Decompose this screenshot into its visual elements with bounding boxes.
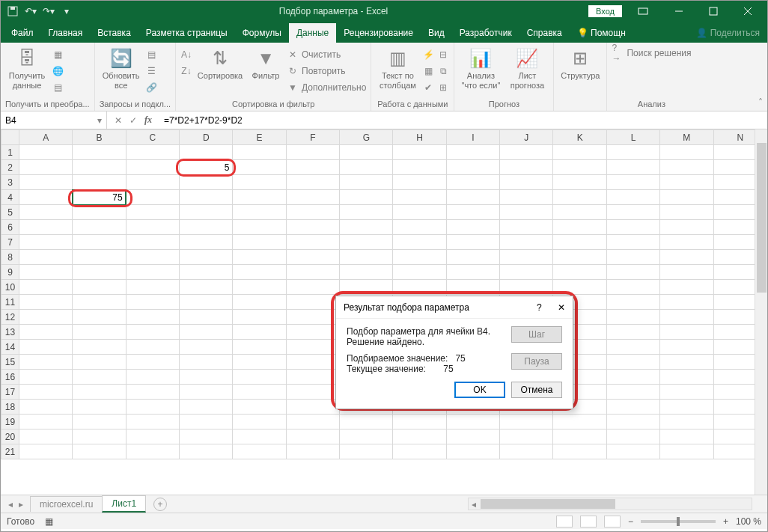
cell-C21[interactable] (126, 444, 179, 459)
col-header-D[interactable]: D (180, 130, 233, 145)
cell-B20[interactable] (73, 429, 126, 444)
cell-D11[interactable] (180, 295, 233, 310)
cell-B17[interactable] (73, 385, 126, 400)
flash-fill-button[interactable]: ⚡ (422, 47, 434, 62)
cell-A19[interactable] (19, 415, 72, 429)
cell-D21[interactable] (180, 444, 233, 459)
cancel-button[interactable]: Отмена (511, 382, 562, 398)
scroll-left-icon[interactable]: ◂ (469, 499, 479, 510)
cell-K8[interactable] (553, 250, 606, 265)
col-header-B[interactable]: B (73, 130, 126, 145)
remove-dup-button[interactable]: ▦ (422, 64, 434, 79)
cell-F15[interactable] (286, 355, 339, 370)
tab-help[interactable]: Справка (519, 23, 570, 43)
cell-F11[interactable] (286, 295, 339, 310)
cell-K10[interactable] (553, 280, 606, 295)
cell-M1[interactable] (660, 145, 713, 160)
cell-B3[interactable] (73, 175, 126, 190)
cell-M11[interactable] (660, 295, 713, 310)
cell-A16[interactable] (19, 370, 72, 385)
cell-B10[interactable] (73, 280, 126, 295)
view-layout-icon[interactable] (580, 516, 597, 528)
cell-G4[interactable] (340, 190, 393, 205)
tab-file[interactable]: Файл (4, 23, 41, 43)
cell-B15[interactable] (73, 355, 126, 370)
cell-G3[interactable] (340, 175, 393, 190)
cell-C3[interactable] (126, 175, 179, 190)
from-web-button[interactable]: 🌐 (52, 64, 64, 79)
cell-L18[interactable] (606, 400, 659, 415)
cell-C9[interactable] (126, 265, 179, 280)
cell-J7[interactable] (500, 235, 553, 250)
fx-icon[interactable]: fx (144, 114, 152, 126)
formula-input[interactable]: =7*D2+17*D2-9*D2 (159, 115, 767, 126)
cell-B5[interactable] (73, 205, 126, 220)
view-normal-icon[interactable] (556, 516, 573, 528)
cell-H7[interactable] (393, 235, 446, 250)
cell-M8[interactable] (660, 250, 713, 265)
cell-I6[interactable] (446, 220, 499, 235)
cell-H8[interactable] (393, 250, 446, 265)
dialog-help-icon[interactable]: ? (537, 302, 542, 313)
row-header-17[interactable]: 17 (1, 385, 19, 400)
cell-E3[interactable] (233, 175, 286, 190)
cell-L6[interactable] (606, 220, 659, 235)
tab-insert[interactable]: Вставка (90, 23, 138, 43)
cell-G10[interactable] (340, 280, 393, 295)
cell-H19[interactable] (393, 415, 446, 429)
cell-C18[interactable] (126, 400, 179, 415)
cell-M7[interactable] (660, 235, 713, 250)
cell-F6[interactable] (286, 220, 339, 235)
cell-L15[interactable] (606, 355, 659, 370)
redo-icon[interactable]: ↷▾ (41, 4, 56, 19)
col-header-F[interactable]: F (286, 130, 339, 145)
cell-E1[interactable] (233, 145, 286, 160)
cell-I8[interactable] (446, 250, 499, 265)
cell-B6[interactable] (73, 220, 126, 235)
zoom-slider[interactable] (641, 520, 716, 523)
cell-M10[interactable] (660, 280, 713, 295)
undo-icon[interactable]: ↶▾ (23, 4, 38, 19)
col-header-C[interactable]: C (126, 130, 179, 145)
cell-F4[interactable] (286, 190, 339, 205)
cell-L16[interactable] (606, 370, 659, 385)
cell-L2[interactable] (606, 160, 659, 175)
col-header-I[interactable]: I (446, 130, 499, 145)
row-header-2[interactable]: 2 (1, 160, 19, 175)
properties-button[interactable]: ☰ (146, 64, 158, 79)
cell-K20[interactable] (553, 429, 606, 444)
reapply-button[interactable]: ↻Повторить (287, 64, 366, 79)
cell-L14[interactable] (606, 340, 659, 355)
cell-A18[interactable] (19, 400, 72, 415)
validation-button[interactable]: ✔ (422, 80, 434, 95)
cell-M12[interactable] (660, 310, 713, 325)
cell-E4[interactable] (233, 190, 286, 205)
cell-F13[interactable] (286, 325, 339, 340)
row-header-15[interactable]: 15 (1, 355, 19, 370)
cell-K3[interactable] (553, 175, 606, 190)
cell-K2[interactable] (553, 160, 606, 175)
row-header-6[interactable]: 6 (1, 220, 19, 235)
cell-C6[interactable] (126, 220, 179, 235)
cell-B8[interactable] (73, 250, 126, 265)
cell-C10[interactable] (126, 280, 179, 295)
cell-L11[interactable] (606, 295, 659, 310)
cell-K19[interactable] (553, 415, 606, 429)
cell-A20[interactable] (19, 429, 72, 444)
cell-G7[interactable] (340, 235, 393, 250)
cell-K21[interactable] (553, 444, 606, 459)
cell-E18[interactable] (233, 400, 286, 415)
cell-G2[interactable] (340, 160, 393, 175)
col-header-J[interactable]: J (500, 130, 553, 145)
cell-M13[interactable] (660, 325, 713, 340)
cell-F8[interactable] (286, 250, 339, 265)
row-header-3[interactable]: 3 (1, 175, 19, 190)
cell-H1[interactable] (393, 145, 446, 160)
cell-A3[interactable] (19, 175, 72, 190)
cell-E17[interactable] (233, 385, 286, 400)
cell-H5[interactable] (393, 205, 446, 220)
clear-filter-button[interactable]: ✕Очистить (287, 47, 366, 62)
cell-D18[interactable] (180, 400, 233, 415)
name-box-input[interactable] (5, 115, 80, 126)
consolidate-button[interactable]: ⊟ (437, 47, 449, 62)
